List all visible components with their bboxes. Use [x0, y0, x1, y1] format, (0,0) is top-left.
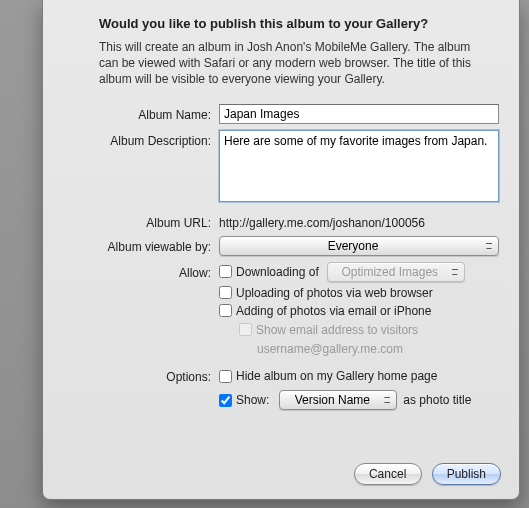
allow-adding-label: Adding of photos via email or iPhone: [236, 304, 431, 318]
show-email-label: Show email address to visitors: [256, 322, 418, 339]
allow-uploading-label: Uploading of photos via web browser: [236, 286, 433, 300]
publish-sheet: Would you like to publish this album to …: [42, 0, 520, 500]
album-description-input[interactable]: [219, 130, 499, 202]
options-label: Options:: [59, 368, 219, 384]
allow-label: Allow:: [59, 264, 219, 280]
email-example: username@gallery.me.com: [257, 341, 503, 358]
publish-button[interactable]: Publish: [432, 463, 501, 485]
allow-uploading-checkbox[interactable]: [219, 286, 232, 299]
allow-downloading-checkbox[interactable]: [219, 265, 232, 278]
album-name-label: Album Name:: [59, 106, 219, 122]
viewable-by-popup[interactable]: Everyone: [219, 236, 499, 256]
show-suffix-label: as photo title: [403, 393, 471, 407]
allow-adding-checkbox[interactable]: [219, 304, 232, 317]
viewable-by-label: Album viewable by:: [59, 238, 219, 254]
allow-downloading-label: Downloading of: [236, 265, 319, 279]
album-description-label: Album Description:: [59, 130, 219, 148]
hide-album-label: Hide album on my Gallery home page: [236, 369, 437, 383]
show-title-popup[interactable]: Version Name: [279, 390, 397, 410]
cancel-button[interactable]: Cancel: [354, 463, 422, 485]
album-url-value: http://gallery.me.com/joshanon/100056: [219, 214, 425, 230]
downloading-size-popup: Optimized Images: [327, 262, 465, 282]
show-title-checkbox[interactable]: [219, 394, 232, 407]
sheet-description: This will create an album in Josh Anon's…: [99, 39, 483, 88]
album-name-input[interactable]: [219, 104, 499, 124]
show-email-checkbox: [239, 323, 252, 336]
hide-album-checkbox[interactable]: [219, 370, 232, 383]
sheet-title: Would you like to publish this album to …: [99, 16, 503, 31]
album-url-label: Album URL:: [59, 214, 219, 230]
show-prefix-label: Show:: [236, 393, 269, 407]
